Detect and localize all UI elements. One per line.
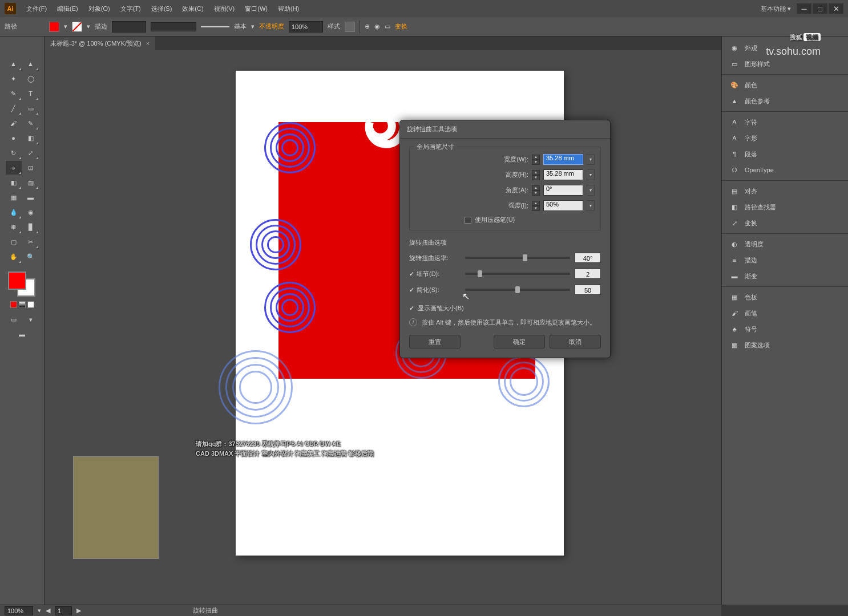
menu-select[interactable]: 选择(S) (147, 2, 177, 15)
symbol-sprayer-tool[interactable]: ❋ (6, 220, 22, 234)
width-dropdown-icon[interactable]: ▼ (587, 154, 595, 165)
pencil-tool[interactable]: ✎ (23, 116, 39, 130)
free-transform-tool[interactable]: ⊡ (23, 161, 39, 175)
panel-graphic-styles[interactable]: ▭图形样式 (722, 56, 848, 72)
menu-edit[interactable]: 编辑(E) (53, 2, 83, 15)
gradient-tool[interactable]: ▬ (23, 191, 39, 204)
intensity-dropdown-icon[interactable]: ▼ (587, 200, 595, 211)
menu-file[interactable]: 文件(F) (22, 2, 51, 15)
detail-value[interactable]: 2 (575, 269, 601, 279)
panel-stroke[interactable]: ≡描边 (722, 252, 848, 268)
maximize-button[interactable]: □ (813, 3, 827, 14)
selection-tool[interactable]: ▲ (6, 57, 22, 71)
align-icon[interactable]: ▭ (385, 23, 390, 30)
panel-glyphs[interactable]: A字形 (722, 130, 848, 146)
width-tool[interactable]: ⟐ (6, 161, 22, 175)
minimize-button[interactable]: ─ (797, 3, 811, 14)
paintbrush-tool[interactable]: 🖌 (6, 116, 22, 130)
profile-dropdown-icon[interactable]: ▾ (251, 23, 255, 30)
doc-setup-icon[interactable]: ⊕ (365, 23, 370, 30)
artboard-tool[interactable]: ▢ (6, 235, 22, 249)
gradient-mode-icon[interactable] (19, 301, 26, 308)
menu-help[interactable]: 帮助(H) (273, 2, 304, 15)
blob-brush-tool[interactable]: ● (6, 131, 22, 145)
panel-color[interactable]: 🎨颜色 (722, 77, 848, 93)
perspective-tool[interactable]: ▨ (23, 176, 39, 189)
reset-button[interactable]: 重置 (409, 335, 461, 348)
rate-value[interactable]: 40° (575, 253, 601, 263)
artboard-input[interactable] (55, 606, 72, 615)
brush-def-dropdown[interactable] (151, 22, 196, 31)
pen-tool[interactable]: ✎ (6, 87, 22, 100)
simplify-slider[interactable] (465, 289, 570, 291)
angle-up-icon[interactable]: ▲ (532, 185, 540, 191)
spiral-4[interactable] (264, 282, 316, 333)
menu-type[interactable]: 文字(T) (116, 2, 146, 15)
line-tool[interactable]: ╱ (6, 102, 22, 115)
none-mode-icon[interactable] (27, 301, 34, 308)
scale-tool[interactable]: ⤢ (23, 146, 39, 160)
screen-mode-dropdown[interactable]: ▾ (23, 313, 39, 326)
panel-pathfinder[interactable]: ◧路径查找器 (722, 199, 848, 215)
panel-transform[interactable]: ⤢变换 (722, 215, 848, 231)
fill-dropdown-icon[interactable]: ▾ (64, 23, 67, 30)
draw-mode[interactable]: ▬ (14, 327, 30, 341)
hand-tool[interactable]: ✋ (6, 250, 22, 264)
panel-character[interactable]: A字符 (722, 114, 848, 130)
color-mode-icon[interactable] (10, 301, 17, 308)
pressure-checkbox[interactable] (465, 217, 471, 224)
panel-color-guide[interactable]: ▲颜色参考 (722, 93, 848, 109)
spiral-2[interactable] (358, 105, 404, 151)
rotate-tool[interactable]: ↻ (6, 146, 22, 160)
panel-swatches[interactable]: ▦色板 (722, 289, 848, 305)
stroke-swatch[interactable] (72, 22, 82, 32)
zoom-tool[interactable]: 🔍 (23, 250, 39, 264)
height-input[interactable]: 35.28 mm (543, 169, 583, 180)
rectangle-tool[interactable]: ▭ (23, 102, 39, 115)
workspace-switcher[interactable]: 基本功能 ▾ (756, 2, 795, 15)
zoom-dropdown-icon[interactable]: ▾ (38, 607, 41, 614)
panel-paragraph[interactable]: ¶段落 (722, 146, 848, 162)
angle-input[interactable]: 0° (543, 185, 583, 196)
direct-selection-tool[interactable]: ▲ (23, 57, 39, 71)
graph-tool[interactable]: ▊ (23, 220, 39, 234)
artboard-prev-icon[interactable]: ◀ (46, 607, 50, 614)
menu-window[interactable]: 窗口(W) (240, 2, 272, 15)
intensity-down-icon[interactable]: ▼ (532, 206, 540, 211)
width-input[interactable]: 35.28 mm (543, 154, 583, 165)
canvas-area[interactable]: 未标题-3* @ 100% (CMYK/预览) × 请加qq群：37527623… (45, 37, 721, 605)
slice-tool[interactable]: ✂ (23, 235, 39, 249)
panel-align[interactable]: ▤对齐 (722, 183, 848, 199)
width-down-icon[interactable]: ▼ (532, 160, 540, 165)
panel-brushes[interactable]: 🖌画笔 (722, 305, 848, 321)
angle-down-icon[interactable]: ▼ (532, 191, 540, 196)
zoom-input[interactable] (5, 606, 33, 615)
fill-stroke-control[interactable] (0, 268, 44, 298)
artboard-next-icon[interactable]: ▶ (76, 607, 81, 614)
fill-color[interactable] (8, 271, 26, 290)
tab-close-icon[interactable]: × (146, 40, 150, 47)
opacity-input[interactable] (289, 21, 323, 33)
intensity-input[interactable]: 50% (543, 200, 583, 211)
menu-view[interactable]: 视图(V) (209, 2, 240, 15)
eyedropper-tool[interactable]: 💧 (6, 205, 22, 219)
height-up-icon[interactable]: ▲ (532, 170, 540, 175)
recolor-icon[interactable]: ◉ (374, 23, 380, 30)
panel-transparency[interactable]: ◐透明度 (722, 236, 848, 252)
blend-tool[interactable]: ◉ (23, 205, 39, 219)
type-tool[interactable]: T (23, 87, 39, 100)
menu-object[interactable]: 对象(O) (84, 2, 115, 15)
shape-builder-tool[interactable]: ◧ (6, 176, 22, 189)
angle-dropdown-icon[interactable]: ▼ (587, 185, 595, 196)
cancel-button[interactable]: 取消 (550, 335, 601, 348)
panel-opentype[interactable]: OOpenType (722, 162, 848, 178)
rate-slider[interactable] (465, 257, 570, 259)
eraser-tool[interactable]: ◧ (23, 131, 39, 145)
ok-button[interactable]: 确定 (494, 335, 545, 348)
intensity-up-icon[interactable]: ▲ (532, 201, 540, 206)
fill-swatch[interactable] (49, 22, 59, 32)
mesh-tool[interactable]: ▦ (6, 191, 22, 204)
spiral-1[interactable] (264, 122, 316, 173)
stroke-dropdown-icon[interactable]: ▾ (87, 23, 90, 30)
panel-symbols[interactable]: ♣符号 (722, 321, 848, 337)
